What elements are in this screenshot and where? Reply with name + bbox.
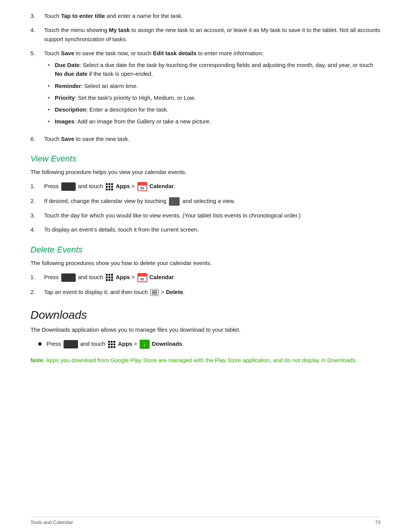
calendar-icon: 31 xyxy=(137,182,147,191)
list-item: 3. Touch Tap to enter title and enter a … xyxy=(30,11,381,20)
bullet-marker: ▪ xyxy=(48,118,55,126)
bullet-marker: ▪ xyxy=(48,61,55,78)
list-item: 2. Tap an event to display it, and then … xyxy=(30,288,381,296)
item-number: 4. xyxy=(30,26,44,43)
calendar-icon: 31 xyxy=(137,273,147,282)
item-text: Tap an event to display it, and then tou… xyxy=(44,288,381,296)
item-text: Touch Save to save the new task. xyxy=(44,134,381,143)
view-events-desc: The following procedure helps you view y… xyxy=(30,168,381,176)
item-text: Press and touch Apps > ↓ Downloads. xyxy=(46,339,381,349)
bullet-item: ▪ Images: Add an image from the Gallery … xyxy=(48,117,381,126)
item-text: Touch Save to save the task now, or touc… xyxy=(44,49,381,129)
downloads-section: Downloads The Downloads application allo… xyxy=(30,308,381,365)
item-number: 4. xyxy=(30,225,44,234)
item-number: 5. xyxy=(30,49,44,129)
item-number: 2. xyxy=(30,197,44,206)
delete-events-desc: The following procedures show you how to… xyxy=(30,259,381,267)
view-events-heading: View Events xyxy=(30,154,381,164)
bullet-marker: ▪ xyxy=(48,94,55,102)
item-text: Touch the day for which you would like t… xyxy=(44,211,381,220)
downloads-heading: Downloads xyxy=(30,308,381,321)
bullet-marker: ▪ xyxy=(48,82,55,90)
bullet-marker: ■ xyxy=(38,339,46,349)
item-number: 3. xyxy=(30,211,44,220)
item-number: 3. xyxy=(30,11,44,20)
home-button-icon xyxy=(64,340,78,348)
list-item: 6. Touch Save to save the new task. xyxy=(30,134,381,143)
downloads-note: Note: Apps you download from Google Play… xyxy=(30,356,381,364)
delete-events-section: Delete Events The following procedures s… xyxy=(30,245,381,297)
apps-grid-icon xyxy=(106,183,113,190)
list-item: 1. Press and touch Apps > 31 xyxy=(30,182,381,191)
bullet-item: ▪ Due Date: Select a due date for the ta… xyxy=(48,61,381,78)
page-content: 3. Touch Tap to enter title and enter a … xyxy=(0,0,411,388)
footer-right: 73 xyxy=(375,519,381,525)
item-number: 2. xyxy=(30,288,44,296)
sub-bullet-list: ▪ Due Date: Select a due date for the ta… xyxy=(48,61,381,126)
item-text: If desired, change the calendar view by … xyxy=(44,197,381,206)
delete-events-heading: Delete Events xyxy=(30,245,381,255)
bullet-text: Description: Enter a description for the… xyxy=(55,105,381,114)
item-number: 6. xyxy=(30,134,44,143)
list-item: 1. Press and touch Apps > 31 xyxy=(30,273,381,282)
list-item: 4. To display an event’s details, touch … xyxy=(30,225,381,234)
bullet-text: Reminder: Select an alarm time. xyxy=(55,81,381,90)
item-text: To display an event’s details, touch it … xyxy=(44,225,381,234)
apps-grid-icon xyxy=(108,341,115,348)
bullet-text: Due Date: Select a due date for the task… xyxy=(55,61,381,78)
bullet-text: Priority: Set the task's priority to Hig… xyxy=(55,93,381,102)
list-item: 3. Touch the day for which you would lik… xyxy=(30,211,381,220)
list-item: 4. Touch the menu showing My task to ass… xyxy=(30,26,381,43)
list-item: 2. If desired, change the calendar view … xyxy=(30,197,381,206)
apps-grid-icon xyxy=(106,274,113,281)
item-number: 1. xyxy=(30,273,44,282)
item-text: Touch Tap to enter title and enter a nam… xyxy=(44,11,381,20)
bullet-item: ▪ Description: Enter a description for t… xyxy=(48,105,381,114)
item-text: Press and touch Apps > 31 C xyxy=(44,182,381,191)
menu-icon xyxy=(150,289,159,296)
bullet-text: Images: Add an image from the Gallery or… xyxy=(55,117,381,126)
view-toggle-icon xyxy=(169,197,180,206)
footer-left: Tools and Calendar xyxy=(30,519,73,525)
download-icon: ↓ xyxy=(140,340,150,349)
bullet-item: ▪ Reminder: Select an alarm time. xyxy=(48,81,381,90)
item-text: Press and touch Apps > 31 C xyxy=(44,273,381,282)
downloads-desc: The Downloads application allows you to … xyxy=(30,325,381,334)
downloads-bullet-item: ■ Press and touch Apps > ↓ Downloads. xyxy=(38,339,381,349)
page-footer: Tools and Calendar 73 xyxy=(30,517,381,525)
home-button-icon xyxy=(61,273,76,282)
view-events-section: View Events The following procedure help… xyxy=(30,154,381,234)
home-button-icon xyxy=(61,182,76,191)
item-text: Touch the menu showing My task to assign… xyxy=(44,26,381,43)
bullet-marker: ▪ xyxy=(48,106,55,114)
bullet-item: ▪ Priority: Set the task's priority to H… xyxy=(48,93,381,102)
list-item: 5. Touch Save to save the task now, or t… xyxy=(30,49,381,129)
item-number: 1. xyxy=(30,182,44,191)
